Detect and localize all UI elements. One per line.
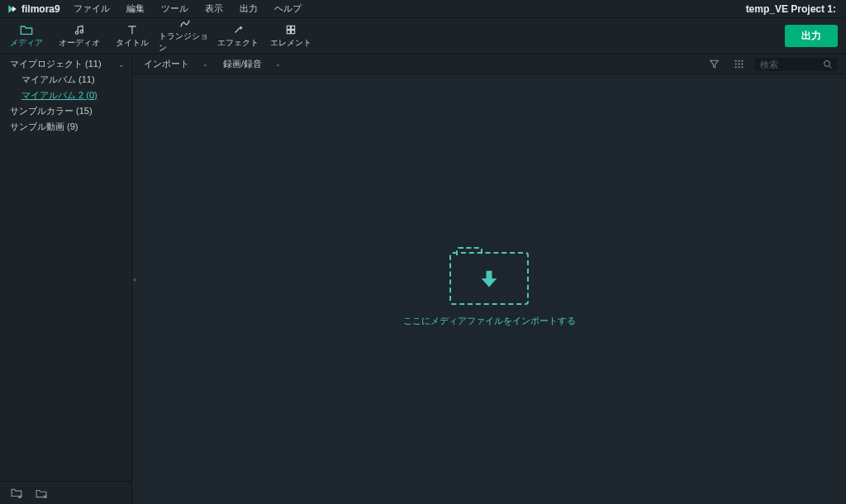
search-box[interactable] <box>755 58 838 71</box>
menubar-items: ファイル 編集 ツール 表示 出力 ヘルプ <box>67 1 746 17</box>
svg-point-1 <box>80 30 83 33</box>
sidebar-footer <box>0 481 131 504</box>
tree-my-album[interactable]: マイアルバム (11) <box>0 72 131 88</box>
tab-transition[interactable]: トランジション <box>159 18 212 54</box>
tree-label: サンブル動画 (9) <box>10 121 78 133</box>
svg-point-10 <box>738 63 739 64</box>
media-tree: マイプロジェクト (11) ⌄ マイアルバム (11) マイアルバム 2 (0)… <box>0 55 131 481</box>
logo-icon <box>7 3 18 15</box>
svg-rect-4 <box>287 30 290 33</box>
element-icon <box>285 24 297 36</box>
toolbar-spacer <box>317 18 785 54</box>
project-title: temp_VE Project 1: <box>746 3 836 15</box>
effect-icon <box>232 24 244 36</box>
dropzone-folder-icon <box>449 252 529 305</box>
tree-sample-color[interactable]: サンブルカラー (15) <box>0 103 131 119</box>
menu-edit[interactable]: 編集 <box>120 1 151 17</box>
menu-file[interactable]: ファイル <box>67 1 116 17</box>
record-label: 録画/録音 <box>223 58 262 70</box>
sidebar-collapse-handle[interactable]: ◂ <box>131 264 136 294</box>
svg-point-7 <box>738 60 739 62</box>
import-dropdown[interactable]: インポート ⌄ <box>140 56 212 72</box>
tab-audio[interactable]: オーディオ <box>53 18 106 54</box>
music-icon <box>74 24 85 36</box>
menu-view[interactable]: 表示 <box>198 1 230 17</box>
tab-label: トランジション <box>159 31 212 54</box>
svg-point-11 <box>741 63 743 64</box>
svg-rect-5 <box>292 30 295 33</box>
tab-effect[interactable]: エフェクト <box>212 18 264 54</box>
svg-point-14 <box>741 66 743 68</box>
tab-label: オーディオ <box>59 37 100 49</box>
tree-sample-video[interactable]: サンブル動画 (9) <box>0 119 131 135</box>
svg-point-8 <box>741 60 743 62</box>
tree-label: マイプロジェクト (11) <box>10 58 102 70</box>
tree-label: サンブルカラー (15) <box>10 105 93 117</box>
transition-icon <box>178 18 192 29</box>
svg-point-15 <box>825 60 830 66</box>
import-label: インポート <box>144 58 189 70</box>
search-input[interactable] <box>760 59 818 69</box>
chevron-down-icon: ⌄ <box>118 60 125 69</box>
tree-label: マイアルバム (11) <box>21 74 95 86</box>
menu-export[interactable]: 出力 <box>233 1 264 17</box>
folder-icon <box>20 24 33 36</box>
download-arrow-icon <box>478 267 501 290</box>
tab-label: タイトル <box>116 37 149 49</box>
menu-help[interactable]: ヘルプ <box>268 1 308 17</box>
chevron-down-icon: ⌄ <box>202 60 208 68</box>
tab-media[interactable]: メディア <box>0 18 53 54</box>
record-dropdown[interactable]: 録画/録音 ⌄ <box>220 56 284 72</box>
remove-folder-icon[interactable] <box>33 485 50 502</box>
svg-point-0 <box>75 31 78 34</box>
grid-view-icon[interactable] <box>730 56 747 73</box>
app-name: filmora9 <box>21 3 60 15</box>
menu-tools[interactable]: ツール <box>154 1 195 17</box>
tab-title[interactable]: タイトル <box>106 18 159 54</box>
content-toolbar: インポート ⌄ 録画/録音 ⌄ <box>132 55 846 74</box>
app-logo: filmora9 <box>7 3 60 15</box>
dropzone-text: ここにメディアファイルをインポートする <box>403 315 576 327</box>
svg-point-12 <box>734 66 736 68</box>
tab-label: メディア <box>10 37 43 49</box>
svg-rect-3 <box>292 26 295 29</box>
svg-point-6 <box>734 60 736 62</box>
text-icon <box>126 24 138 36</box>
tab-label: エフェクト <box>217 37 259 49</box>
media-content: インポート ⌄ 録画/録音 ⌄ ここにメディアファイルをイン <box>132 55 846 504</box>
tree-my-album-2[interactable]: マイアルバム 2 (0) <box>0 88 131 103</box>
tabs-toolbar: メディア オーディオ タイトル トランジション エフェクト エレメント 出力 <box>0 18 846 55</box>
menubar: filmora9 ファイル 編集 ツール 表示 出力 ヘルプ temp_VE P… <box>0 0 846 18</box>
main-row: マイプロジェクト (11) ⌄ マイアルバム (11) マイアルバム 2 (0)… <box>0 55 846 504</box>
svg-rect-2 <box>287 26 290 29</box>
export-button[interactable]: 出力 <box>785 25 838 47</box>
svg-point-13 <box>738 66 739 68</box>
media-sidebar: マイプロジェクト (11) ⌄ マイアルバム (11) マイアルバム 2 (0)… <box>0 55 132 504</box>
add-folder-icon[interactable] <box>8 485 25 502</box>
tab-label: エレメント <box>270 37 311 49</box>
tree-my-project[interactable]: マイプロジェクト (11) ⌄ <box>0 56 131 72</box>
search-icon <box>823 59 833 69</box>
import-dropzone[interactable]: ここにメディアファイルをインポートする <box>132 74 846 504</box>
filter-icon[interactable] <box>706 56 722 73</box>
chevron-down-icon: ⌄ <box>275 60 281 68</box>
tree-label: マイアルバム 2 (0) <box>21 89 97 102</box>
tab-element[interactable]: エレメント <box>264 18 317 54</box>
svg-point-9 <box>734 63 736 64</box>
